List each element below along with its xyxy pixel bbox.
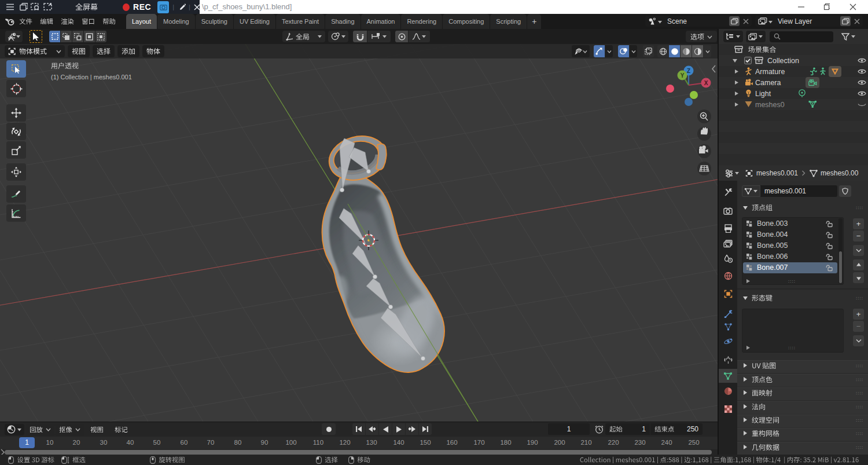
svg-text:Y: Y (681, 72, 685, 79)
svg-text:Z: Z (687, 68, 690, 74)
svg-text:X: X (704, 80, 708, 86)
